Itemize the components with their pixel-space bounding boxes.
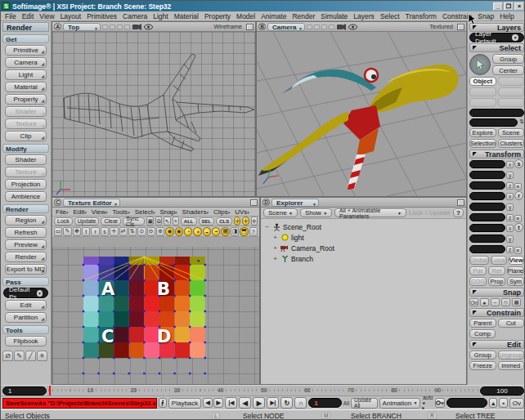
uv-cell[interactable] bbox=[175, 342, 191, 358]
menu-material[interactable]: Material bbox=[174, 12, 199, 20]
tree-row-light[interactable]: +light bbox=[272, 232, 466, 243]
uv-vertex[interactable] bbox=[204, 295, 206, 297]
uv-cell[interactable] bbox=[129, 342, 145, 358]
uv-cell[interactable] bbox=[190, 265, 205, 280]
te-clear-button[interactable]: Clear bbox=[101, 217, 121, 226]
viewport-a-letter[interactable]: A bbox=[54, 23, 61, 30]
material-button[interactable]: Material◢ bbox=[5, 82, 47, 92]
snap-uv-3-icon[interactable]: ✛ bbox=[251, 217, 258, 226]
menu-layers[interactable]: Layers bbox=[353, 12, 375, 20]
shader-button[interactable]: Shader bbox=[5, 154, 47, 165]
supra-tool-icon[interactable]: Ø bbox=[2, 351, 13, 361]
te-menu-tools[interactable]: Tools▾ bbox=[112, 208, 129, 216]
viewport-top-canvas[interactable] bbox=[52, 32, 255, 196]
y-axis-button[interactable]: y bbox=[506, 172, 514, 179]
go-end-icon[interactable]: ▶| bbox=[267, 397, 279, 409]
uv-vertex[interactable] bbox=[173, 326, 175, 328]
keyframe-up-icon[interactable]: ▲ bbox=[489, 398, 497, 408]
preview-button[interactable]: Preview◢ bbox=[5, 239, 47, 250]
scale-icon[interactable]: s bbox=[101, 227, 109, 236]
magnet-1-icon[interactable]: ◉ bbox=[165, 227, 173, 236]
uv-cell[interactable] bbox=[190, 296, 205, 311]
clip-button[interactable]: Clip◢ bbox=[5, 131, 47, 141]
uv-cell[interactable] bbox=[144, 311, 159, 327]
s-x-field[interactable] bbox=[469, 160, 505, 168]
uv-vertex[interactable] bbox=[189, 295, 191, 297]
tree-row-camera_root[interactable]: +Camera_Root bbox=[272, 243, 466, 253]
go-start-icon[interactable]: |◀ bbox=[225, 397, 237, 409]
uv-vertex[interactable] bbox=[173, 311, 175, 312]
viewport-b-letter[interactable]: B bbox=[258, 23, 266, 30]
uv-cell[interactable] bbox=[83, 342, 99, 358]
ambience-button[interactable]: Ambience bbox=[5, 191, 47, 202]
region-button[interactable]: Region◢ bbox=[5, 215, 47, 226]
te-lock-button[interactable]: Lock bbox=[54, 217, 73, 226]
z-axis-button[interactable]: z bbox=[506, 246, 514, 253]
edit-button[interactable]: Edit◢ bbox=[5, 300, 47, 311]
uv-vertex[interactable] bbox=[204, 373, 206, 374]
viewport-top[interactable]: A Top▼ Wireframe bbox=[52, 21, 256, 197]
autokey-toggle[interactable]: auto◂ ▸ bbox=[422, 395, 433, 410]
uv-cell[interactable] bbox=[190, 342, 205, 358]
menu-primitives[interactable]: Primitives bbox=[87, 12, 117, 20]
uv-vertex[interactable] bbox=[128, 373, 130, 374]
menu-model[interactable]: Model bbox=[236, 12, 255, 20]
object-button[interactable]: Object bbox=[469, 77, 496, 86]
tree-label[interactable]: Camera_Root bbox=[291, 244, 334, 252]
viewport-a-resize-icon[interactable] bbox=[246, 24, 254, 30]
uv-vertex[interactable] bbox=[143, 311, 145, 312]
layer-selector-dropdown[interactable]: Layer Default▼ bbox=[469, 33, 524, 42]
uv-cell[interactable] bbox=[129, 265, 145, 280]
magnet-5-icon[interactable]: ◒ bbox=[203, 227, 211, 236]
uv-vertex[interactable] bbox=[189, 326, 191, 328]
te-menu-snap[interactable]: Snap▾ bbox=[159, 208, 177, 216]
uv-cell[interactable] bbox=[175, 257, 191, 265]
uv-cell[interactable] bbox=[159, 265, 175, 280]
menu-render[interactable]: Render bbox=[292, 12, 315, 20]
uv-cell[interactable] bbox=[83, 257, 99, 265]
camera-icon[interactable] bbox=[336, 23, 346, 30]
r-y-field[interactable] bbox=[469, 203, 505, 211]
uv-vertex[interactable] bbox=[204, 357, 206, 359]
uv-cell[interactable] bbox=[129, 280, 145, 296]
spinner-icon[interactable]: ⇅ bbox=[519, 118, 524, 127]
te-scope-all[interactable]: ALL bbox=[181, 217, 197, 226]
explorer-title[interactable]: Explorer▼ bbox=[271, 199, 319, 207]
x-axis-button[interactable]: x bbox=[506, 161, 514, 168]
uv-vertex[interactable] bbox=[189, 342, 191, 343]
step-forward-icon[interactable]: ▶ bbox=[213, 398, 223, 408]
uv-vertex[interactable] bbox=[159, 373, 160, 374]
uv-vertex[interactable] bbox=[97, 311, 99, 312]
uv-cell[interactable] bbox=[83, 311, 99, 327]
uv-cell[interactable] bbox=[190, 327, 205, 342]
keyframe-dot-icon[interactable]: ● bbox=[499, 398, 507, 408]
freeze-button[interactable]: Freeze bbox=[469, 361, 496, 370]
te-menu-select[interactable]: Select▾ bbox=[135, 208, 155, 216]
memo-cam-1[interactable] bbox=[307, 25, 312, 29]
explorer-scope-dropdown[interactable]: Scene ▼ bbox=[263, 208, 298, 217]
view-button[interactable]: View bbox=[509, 256, 524, 265]
property-button[interactable]: Property◢ bbox=[5, 94, 47, 105]
cut-button[interactable]: Cut bbox=[498, 319, 525, 328]
uv-cell[interactable] bbox=[175, 311, 191, 327]
z-axis-button[interactable]: z bbox=[506, 214, 514, 221]
uv-cell[interactable] bbox=[175, 265, 191, 280]
snap-uv-2-icon[interactable]: ✛ bbox=[242, 217, 249, 226]
command-line[interactable]: SaveSceneAs "D:\Projects\Branch\Scenes\S… bbox=[2, 398, 157, 409]
current-frame-field[interactable]: 1 bbox=[308, 398, 342, 408]
memo-cam-3[interactable] bbox=[321, 25, 327, 29]
viewport-c-letter[interactable]: C bbox=[54, 199, 61, 206]
uv-vertex[interactable] bbox=[83, 342, 84, 343]
t-x-field[interactable] bbox=[469, 224, 505, 232]
menu-snap[interactable]: Snap bbox=[478, 12, 494, 20]
key-icon[interactable] bbox=[435, 398, 445, 408]
play-forward-icon[interactable]: ▶ bbox=[253, 397, 265, 409]
te-scope-cls[interactable]: CLS bbox=[216, 217, 232, 226]
immed-button[interactable]: Immed bbox=[498, 361, 525, 370]
menu-layout[interactable]: Layout bbox=[61, 12, 82, 20]
magnet-4-icon[interactable]: ◑ bbox=[193, 227, 201, 236]
flipbook-button[interactable]: Flipbook bbox=[5, 336, 47, 346]
uv-cell[interactable] bbox=[83, 265, 99, 280]
camera-icon[interactable] bbox=[132, 23, 141, 30]
s-y-field[interactable] bbox=[469, 171, 505, 179]
